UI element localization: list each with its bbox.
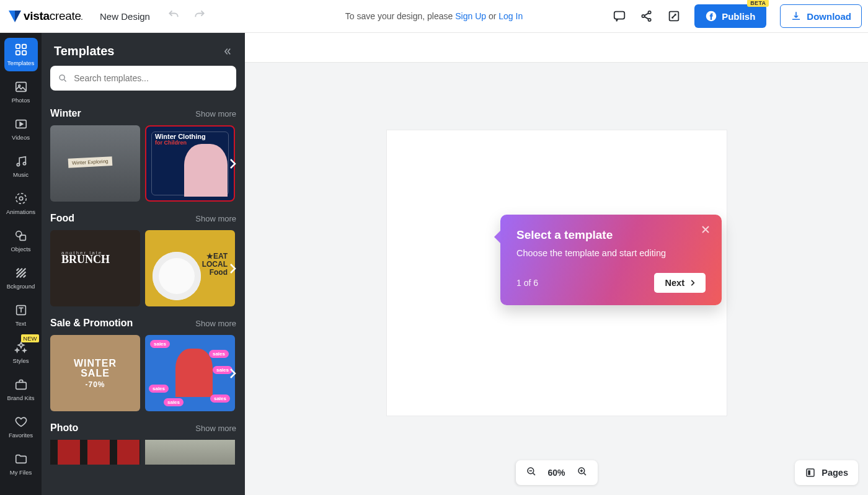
beta-badge: BETA xyxy=(747,0,769,7)
show-more-link[interactable]: Show more xyxy=(195,319,236,328)
template-thumb[interactable]: WINTERSALE-70% xyxy=(50,335,140,411)
background-icon xyxy=(14,266,28,280)
styles-icon xyxy=(14,341,28,354)
top-bar: vistacreate. New Design To save your des… xyxy=(0,0,868,33)
svg-point-23 xyxy=(60,75,64,80)
svg-point-17 xyxy=(16,194,26,204)
svg-point-15 xyxy=(17,163,19,166)
template-thumb[interactable]: Winter Clothingfor Children xyxy=(145,125,235,202)
svg-rect-10 xyxy=(16,51,19,55)
svg-rect-9 xyxy=(22,45,25,48)
rail-styles[interactable]: NEW Styles xyxy=(4,336,38,369)
rail-brandkits[interactable]: Brand Kits xyxy=(4,373,38,406)
zoom-out-icon[interactable] xyxy=(525,466,536,479)
logo-text: vistacreate. xyxy=(24,9,82,23)
search-templates[interactable] xyxy=(50,66,236,91)
objects-icon xyxy=(14,229,28,243)
template-thumb[interactable]: another lateBRUNCH xyxy=(50,230,140,306)
zoom-controls: 60% xyxy=(515,460,597,485)
svg-point-16 xyxy=(23,163,25,165)
svg-point-19 xyxy=(16,231,21,237)
panel-title: Templates xyxy=(54,44,114,58)
tooltip-step: 1 of 6 xyxy=(516,278,538,288)
tooltip-body: Choose the template and start editing xyxy=(516,248,706,258)
heart-icon xyxy=(14,415,28,429)
chevron-right-icon xyxy=(688,279,697,287)
template-thumb[interactable]: ★EAT LOCAL Food xyxy=(145,230,235,306)
category-food: Food Show more another lateBRUNCH ★EAT L… xyxy=(50,213,236,306)
next-button[interactable]: Next xyxy=(654,273,706,293)
show-more-link[interactable]: Show more xyxy=(195,214,236,223)
rail-animations[interactable]: Animations xyxy=(4,187,38,220)
templates-icon xyxy=(14,43,28,56)
rail-photos[interactable]: Photos xyxy=(4,75,38,109)
logo-mark-icon xyxy=(7,9,22,24)
close-icon[interactable] xyxy=(699,223,712,236)
svg-rect-27 xyxy=(808,470,811,475)
resize-icon[interactable] xyxy=(667,9,681,23)
history-controls xyxy=(167,9,206,24)
pages-button[interactable]: Pages xyxy=(795,460,858,485)
svg-rect-11 xyxy=(22,51,25,55)
category-photo: Photo Show more xyxy=(50,422,236,465)
rail-myfiles[interactable]: My Files xyxy=(4,447,38,481)
publish-button[interactable]: Publish xyxy=(694,4,766,28)
folder-icon xyxy=(14,452,28,466)
category-title: Photo xyxy=(50,422,78,434)
svg-point-4 xyxy=(649,11,651,14)
search-icon xyxy=(58,73,68,84)
show-more-link[interactable]: Show more xyxy=(195,424,236,433)
svg-rect-2 xyxy=(614,12,625,19)
facebook-icon xyxy=(706,11,717,22)
svg-rect-12 xyxy=(16,82,26,92)
template-thumb[interactable] xyxy=(50,125,140,202)
rail-text[interactable]: Text xyxy=(4,298,38,332)
design-name[interactable]: New Design xyxy=(100,11,150,22)
redo-icon[interactable] xyxy=(193,9,206,24)
signup-link[interactable]: Sign Up xyxy=(455,11,486,21)
svg-point-18 xyxy=(19,197,23,200)
side-panel: Templates Winter Show more Winter Clothi… xyxy=(42,33,245,495)
briefcase-icon xyxy=(14,378,28,391)
undo-icon[interactable] xyxy=(167,9,180,24)
text-icon xyxy=(14,303,28,317)
category-winter: Winter Show more Winter Clothingfor Chil… xyxy=(50,108,236,202)
rail-background[interactable]: Bckground xyxy=(4,261,38,295)
download-button[interactable]: Download xyxy=(780,4,862,28)
svg-marker-0 xyxy=(9,11,15,22)
share-icon[interactable] xyxy=(640,9,653,23)
new-badge: NEW xyxy=(21,334,38,342)
template-thumb[interactable]: sales sales sales sales sales sales xyxy=(145,335,235,411)
category-title: Winter xyxy=(50,108,81,119)
tooltip-title: Select a template xyxy=(516,228,706,242)
category-title: Sale & Promotion xyxy=(50,318,133,329)
zoom-value[interactable]: 60% xyxy=(547,468,565,478)
login-link[interactable]: Log In xyxy=(498,11,523,21)
svg-point-3 xyxy=(642,15,645,17)
left-rail: Templates Photos Videos Music Animations… xyxy=(0,33,42,495)
zoom-in-icon[interactable] xyxy=(577,466,588,479)
search-input[interactable] xyxy=(74,73,229,83)
category-sale: Sale & Promotion Show more WINTERSALE-70… xyxy=(50,318,236,411)
photos-icon xyxy=(14,80,28,94)
rail-music[interactable]: Music xyxy=(4,149,38,183)
template-thumb[interactable] xyxy=(50,440,140,465)
svg-rect-8 xyxy=(16,45,19,48)
canvas-toolbar xyxy=(245,33,868,63)
canvas-area: Select a template Choose the template an… xyxy=(245,33,868,495)
svg-rect-22 xyxy=(16,382,26,389)
save-prompt: To save your design, please Sign Up or L… xyxy=(345,11,523,21)
show-more-link[interactable]: Show more xyxy=(195,109,236,118)
rail-objects[interactable]: Objects xyxy=(4,224,38,257)
pages-icon xyxy=(805,467,816,478)
svg-marker-1 xyxy=(15,11,21,22)
rail-videos[interactable]: Videos xyxy=(4,112,38,146)
logo[interactable]: vistacreate. xyxy=(7,9,82,24)
download-icon xyxy=(790,11,802,22)
collapse-panel-icon[interactable] xyxy=(221,46,232,57)
svg-point-5 xyxy=(649,19,651,21)
rail-templates[interactable]: Templates xyxy=(4,38,38,71)
comment-icon[interactable] xyxy=(613,9,626,23)
template-thumb[interactable] xyxy=(145,440,235,465)
rail-favorites[interactable]: Favorites xyxy=(4,410,38,444)
